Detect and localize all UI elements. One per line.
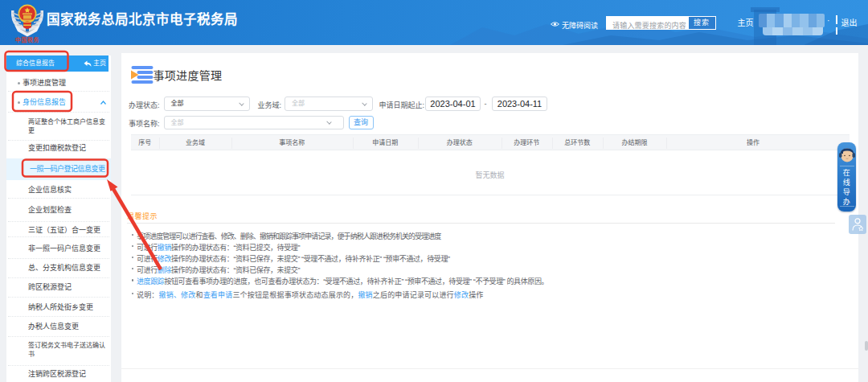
svg-text:中国税务: 中国税务 [15,36,40,43]
